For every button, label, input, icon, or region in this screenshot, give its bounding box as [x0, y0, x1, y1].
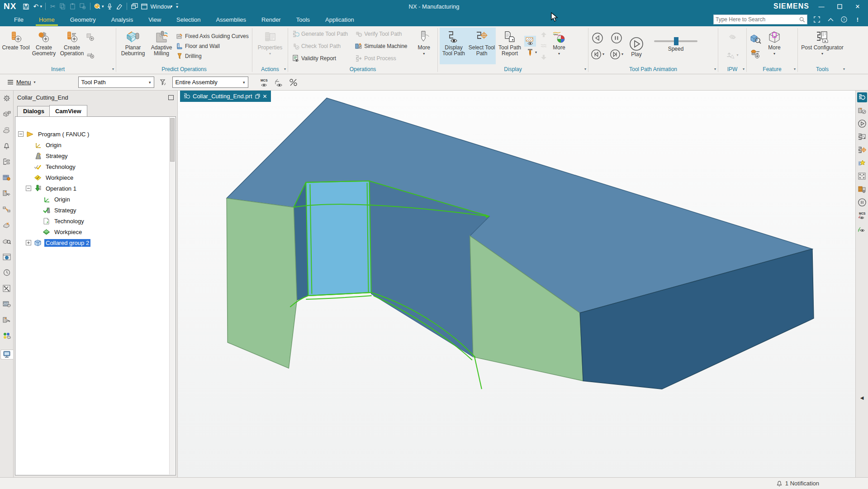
- tool-path-animation-group-dropdown[interactable]: ▾: [714, 67, 716, 71]
- floor-and-wall-button[interactable]: Floor and Wall: [175, 42, 249, 51]
- minimize-ribbon-button[interactable]: ▾: [176, 4, 178, 9]
- tree-item-origin[interactable]: Origin: [18, 139, 175, 150]
- tree-item-strategy-2[interactable]: Strategy: [18, 205, 175, 216]
- check-tool-path-button[interactable]: Check Tool Path: [292, 42, 351, 51]
- command-search[interactable]: [713, 14, 807, 24]
- generate-tool-path-button[interactable]: Generate Tool Path: [292, 29, 351, 38]
- paste-special-button[interactable]: [78, 1, 88, 11]
- post-process-side-button[interactable]: [857, 132, 867, 142]
- tree-item-operation-1[interactable]: Operation 1: [18, 183, 175, 194]
- generate-tool-path-side-button[interactable]: [857, 92, 867, 102]
- tree-item-origin-2[interactable]: Origin: [18, 194, 175, 205]
- tree-item-workpiece[interactable]: Workpiece: [18, 172, 175, 183]
- create-fixture-button[interactable]: [86, 51, 94, 58]
- ipw-3d-button[interactable]: [729, 33, 736, 41]
- 3d-model-canvas[interactable]: [178, 91, 855, 477]
- minimize-button[interactable]: —: [816, 3, 827, 10]
- tree-item-technology[interactable]: Technology: [18, 161, 175, 172]
- tree-item-technology-2[interactable]: Technology: [18, 216, 175, 226]
- stock-wizard-side-button[interactable]: [857, 184, 867, 194]
- insert-group-dropdown[interactable]: ▾: [112, 67, 114, 71]
- scope-filter-combo[interactable]: Entire Assembly ▾: [172, 77, 248, 88]
- windows-navigator-icon[interactable]: [0, 350, 13, 360]
- play-button[interactable]: Play: [624, 34, 649, 58]
- close-button[interactable]: ✕: [852, 3, 863, 10]
- window-menu[interactable]: Window: [150, 3, 171, 10]
- cascade-windows-button[interactable]: [129, 1, 139, 11]
- tree-item-program[interactable]: Program ( FANUC ): [18, 129, 175, 139]
- feature-more-button[interactable]: More ▾: [762, 28, 787, 64]
- undo-dropdown[interactable]: ▾: [40, 4, 42, 9]
- assembly-navigator-icon[interactable]: [2, 109, 12, 119]
- tab-application[interactable]: Application: [318, 13, 362, 26]
- validity-report-button[interactable]: Validity Report: [292, 54, 351, 63]
- touch-mode-button[interactable]: [114, 1, 124, 11]
- show-3d-ipw-button[interactable]: [524, 36, 536, 47]
- show-wcs-icon[interactable]: [274, 77, 285, 88]
- display-more-button[interactable]: More ▾: [547, 28, 571, 64]
- create-pattern-button[interactable]: [86, 34, 94, 41]
- machine-library-icon[interactable]: [2, 315, 12, 325]
- speed-slider[interactable]: [654, 40, 697, 42]
- properties-button[interactable]: Properties ▾: [254, 28, 286, 64]
- show-mcs-icon[interactable]: MCS: [259, 77, 270, 88]
- pause-animation-side-button[interactable]: [857, 197, 867, 207]
- close-tab-icon[interactable]: ✕: [263, 93, 267, 100]
- tab-assemblies[interactable]: Assemblies: [209, 13, 254, 26]
- alerts-button[interactable]: !: [854, 15, 862, 24]
- machine-configuration-icon[interactable]: [2, 188, 12, 198]
- pause-button[interactable]: [610, 31, 623, 45]
- drilling-button[interactable]: Drilling: [175, 52, 249, 61]
- display-group-dropdown[interactable]: ▾: [584, 67, 586, 71]
- tree-scrollbar[interactable]: [169, 117, 175, 475]
- tab-dialogs[interactable]: Dialogs: [17, 106, 50, 116]
- go-to-end-button[interactable]: ▾: [610, 48, 623, 61]
- part-search-icon[interactable]: [2, 236, 12, 246]
- feature-group-dropdown[interactable]: ▾: [794, 67, 796, 71]
- notifications-bell-icon[interactable]: [2, 141, 12, 151]
- tree-item-strategy[interactable]: Strategy: [18, 150, 175, 161]
- find-features-button[interactable]: [749, 33, 762, 45]
- search-input[interactable]: [716, 16, 799, 23]
- selection-filter-reset-icon[interactable]: [158, 77, 169, 88]
- menu-button[interactable]: Menu ▾: [4, 77, 39, 88]
- tab-camview[interactable]: CamView: [49, 105, 87, 116]
- analysis-navigator-icon[interactable]: [2, 220, 12, 230]
- create-tool-button[interactable]: Create Tool: [2, 28, 30, 64]
- speed-slider-thumb[interactable]: [674, 37, 678, 45]
- collapse-ribbon-icon[interactable]: [826, 15, 835, 24]
- fit-view-side-button[interactable]: [857, 171, 867, 181]
- planar-deburring-button[interactable]: Planar Deburring: [118, 28, 148, 64]
- roles-gear-icon[interactable]: [2, 93, 12, 103]
- ipw-facet-body-button[interactable]: ▾: [726, 51, 739, 59]
- machine-tool-navigator-icon[interactable]: [2, 173, 12, 182]
- verify-tool-path-button[interactable]: Verify Tool Path: [355, 29, 410, 38]
- operations-more-button[interactable]: More ▾: [412, 28, 436, 64]
- create-geometry-button[interactable]: Create Geometry: [30, 28, 58, 64]
- fullscreen-button[interactable]: [813, 15, 821, 24]
- play-animation-side-button[interactable]: [857, 119, 867, 129]
- maximize-button[interactable]: [834, 4, 845, 9]
- quick-edit-side-button[interactable]: [857, 158, 867, 168]
- go-to-start-dropdown[interactable]: ▾: [602, 52, 604, 56]
- format-paint-dropdown[interactable]: ▾: [102, 4, 104, 9]
- simulate-machine-side-button[interactable]: [857, 105, 867, 115]
- window-menu-dropdown[interactable]: ▾: [171, 4, 173, 9]
- history-clock-icon[interactable]: [2, 268, 12, 278]
- graphics-viewport[interactable]: Collar_Cutting_End.prt ✕: [178, 91, 855, 477]
- tree-item-collared-group-2[interactable]: Collared group 2: [18, 237, 175, 248]
- materials-icon[interactable]: [2, 299, 12, 309]
- paste-button[interactable]: [68, 1, 78, 11]
- go-to-start-button[interactable]: ▾: [591, 48, 604, 61]
- collapse-sidebar-arrow[interactable]: ◀: [860, 395, 864, 400]
- select-tool-path-button[interactable]: Select Tool Path: [468, 28, 496, 64]
- show-mcs-side-button[interactable]: MCS: [857, 211, 867, 221]
- actions-group-dropdown[interactable]: ▾: [284, 67, 286, 71]
- visualization-spheres-icon[interactable]: [2, 331, 12, 341]
- constraint-navigator-icon[interactable]: [2, 125, 12, 135]
- tab-home[interactable]: Home: [31, 13, 62, 26]
- part-tab[interactable]: Collar_Cutting_End.prt ✕: [180, 91, 271, 102]
- show-wcs-side-button[interactable]: [857, 224, 867, 234]
- display-tool-path-button[interactable]: Display Tool Path: [440, 28, 468, 64]
- simulate-machine-button[interactable]: Simulate Machine: [355, 42, 410, 51]
